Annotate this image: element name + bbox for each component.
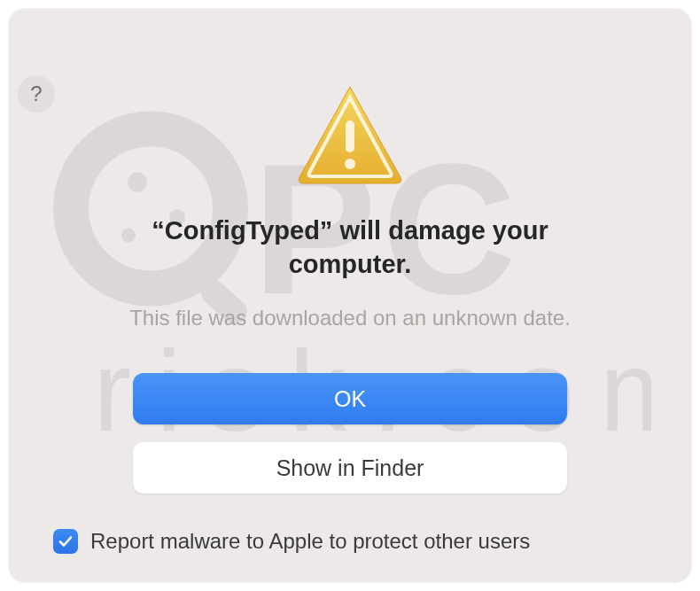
report-malware-row: Report malware to Apple to protect other… xyxy=(53,529,647,554)
ok-button[interactable]: OK xyxy=(133,373,567,424)
checkmark-icon xyxy=(58,533,74,549)
report-malware-checkbox[interactable] xyxy=(53,529,78,554)
warning-icon-container xyxy=(53,82,647,188)
dialog-subtitle: This file was downloaded on an unknown d… xyxy=(53,306,647,330)
dialog-title: “ConfigTyped” will damage your computer. xyxy=(53,214,647,281)
report-malware-label: Report malware to Apple to protect other… xyxy=(90,529,530,554)
button-group: OK Show in Finder xyxy=(53,373,647,494)
svg-rect-7 xyxy=(346,121,354,152)
help-button[interactable]: ? xyxy=(18,75,55,113)
show-in-finder-button[interactable]: Show in Finder xyxy=(133,442,567,494)
show-in-finder-label: Show in Finder xyxy=(276,455,424,481)
gatekeeper-warning-dialog: PC risk.com ? “ConfigTyped” will damage … xyxy=(9,9,691,582)
ok-button-label: OK xyxy=(334,386,366,412)
warning-triangle-icon xyxy=(292,82,408,188)
question-mark-icon: ? xyxy=(30,82,42,106)
svg-point-8 xyxy=(345,159,355,169)
